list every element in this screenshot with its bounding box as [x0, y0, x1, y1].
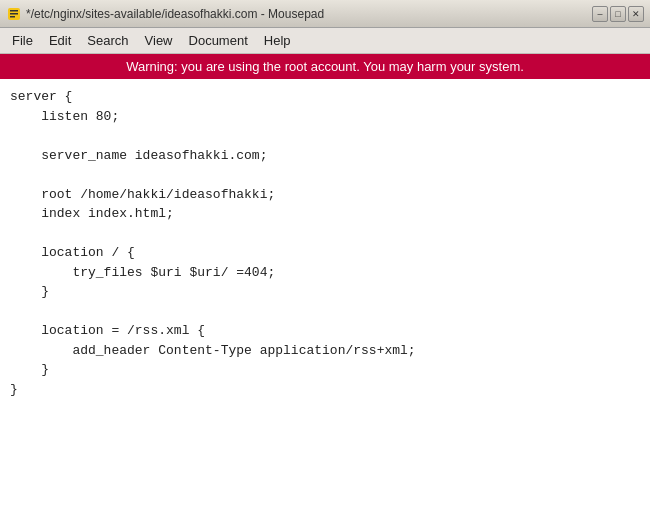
- title-bar: */etc/nginx/sites-available/ideasofhakki…: [0, 0, 650, 28]
- menu-search[interactable]: Search: [79, 30, 136, 51]
- mousepad-icon: [6, 6, 22, 22]
- menu-file[interactable]: File: [4, 30, 41, 51]
- menu-help[interactable]: Help: [256, 30, 299, 51]
- menu-view[interactable]: View: [137, 30, 181, 51]
- svg-rect-3: [10, 16, 15, 18]
- window-controls[interactable]: – □ ✕: [592, 6, 644, 22]
- svg-rect-1: [10, 10, 18, 12]
- maximize-button[interactable]: □: [610, 6, 626, 22]
- menu-bar: File Edit Search View Document Help: [0, 28, 650, 54]
- menu-document[interactable]: Document: [181, 30, 256, 51]
- title-bar-left: */etc/nginx/sites-available/ideasofhakki…: [6, 6, 324, 22]
- editor-area[interactable]: server { listen 80; server_name ideasofh…: [0, 79, 650, 510]
- menu-edit[interactable]: Edit: [41, 30, 79, 51]
- window-title: */etc/nginx/sites-available/ideasofhakki…: [26, 7, 324, 21]
- close-button[interactable]: ✕: [628, 6, 644, 22]
- svg-rect-2: [10, 13, 18, 15]
- warning-bar: Warning: you are using the root account.…: [0, 54, 650, 79]
- minimize-button[interactable]: –: [592, 6, 608, 22]
